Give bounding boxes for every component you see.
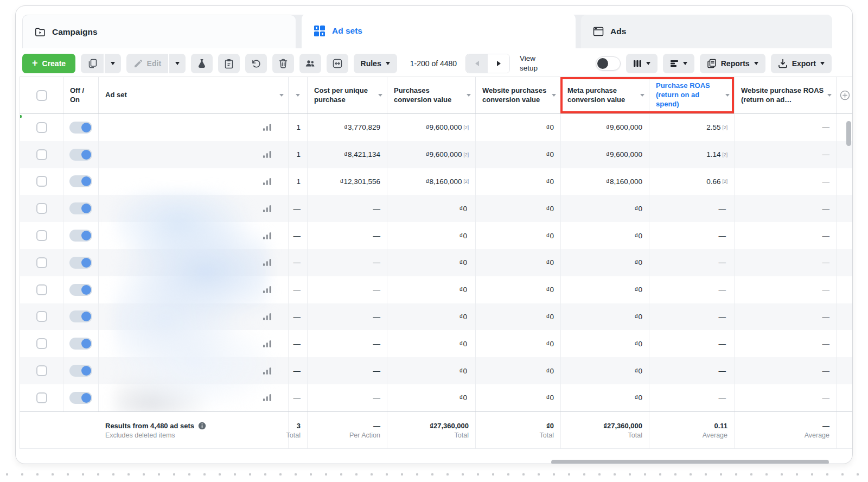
row-checkbox-cell xyxy=(20,303,63,331)
export-button[interactable]: Export xyxy=(771,54,832,73)
rules-button[interactable]: Rules xyxy=(354,54,397,73)
adset-name-cell[interactable] xyxy=(99,276,289,303)
cell-meta-purchase-conversion-value: ₫0 xyxy=(561,276,649,303)
column-header-adset[interactable]: Ad set xyxy=(99,77,289,113)
adset-name-cell[interactable] xyxy=(99,141,289,168)
cell-meta-purchase-conversion-value: ₫0 xyxy=(561,222,649,249)
edit-dropdown-button[interactable] xyxy=(169,54,186,73)
view-charts-icon[interactable] xyxy=(263,286,272,294)
columns-button[interactable] xyxy=(626,54,658,73)
adset-name-cell[interactable] xyxy=(99,357,289,384)
adset-name-cell[interactable] xyxy=(99,249,289,276)
row-checkbox[interactable] xyxy=(36,311,47,322)
row-checkbox[interactable] xyxy=(36,338,47,349)
view-charts-icon[interactable] xyxy=(263,205,272,213)
column-header-website-purchases-cv[interactable]: Website purchases conversion value xyxy=(476,77,561,113)
cell-extra xyxy=(837,330,853,357)
row-status-toggle[interactable] xyxy=(69,202,92,214)
view-charts-icon[interactable] xyxy=(263,340,272,348)
row-status-toggle[interactable] xyxy=(69,284,92,296)
plus-icon: + xyxy=(32,58,38,68)
row-checkbox[interactable] xyxy=(36,176,47,187)
add-column-icon[interactable] xyxy=(840,90,850,100)
duplicate-button[interactable] xyxy=(81,54,104,73)
tab-ads[interactable]: Ads xyxy=(581,15,832,48)
ads-manager-card: Campaigns Ad sets Ads xyxy=(15,5,853,464)
tab-campaigns[interactable]: Campaigns xyxy=(22,15,296,48)
adset-name-cell[interactable] xyxy=(99,222,289,249)
view-charts-icon[interactable] xyxy=(263,367,272,375)
cell-meta-purchase-conversion-value: ₫0 xyxy=(561,249,649,276)
cell-purchase-roas: 1.14[2] xyxy=(649,141,735,168)
row-checkbox[interactable] xyxy=(36,203,47,214)
row-status-toggle[interactable] xyxy=(69,338,92,350)
column-header-purchase-roas[interactable]: Purchase ROAS (return on ad spend) xyxy=(649,77,735,113)
reports-button-label: Reports xyxy=(721,59,750,68)
view-charts-icon[interactable] xyxy=(263,150,272,158)
tab-adsets-label: Ad sets xyxy=(332,26,362,36)
ab-test-button[interactable] xyxy=(191,54,213,73)
undo-button[interactable] xyxy=(245,54,267,73)
cell-purchase-roas: — xyxy=(649,384,735,411)
column-header-cost[interactable]: Cost per unique purchase xyxy=(308,77,387,113)
cell-meta-purchase-conversion-value: ₫8,160,000 xyxy=(561,168,649,195)
view-charts-icon[interactable] xyxy=(263,232,272,240)
row-checkbox[interactable] xyxy=(36,122,47,133)
tab-adsets[interactable]: Ad sets xyxy=(302,14,576,48)
adset-name-cell[interactable] xyxy=(99,330,289,357)
edit-button[interactable]: Edit xyxy=(126,54,168,73)
adset-name-cell[interactable] xyxy=(99,195,289,222)
next-page-button[interactable] xyxy=(488,54,509,73)
toggle-knob xyxy=(597,58,608,69)
row-checkbox[interactable] xyxy=(36,392,47,403)
row-checkbox[interactable] xyxy=(36,149,47,160)
view-charts-icon[interactable] xyxy=(263,394,272,402)
cell-extra xyxy=(837,195,853,222)
view-charts-icon[interactable] xyxy=(263,123,272,131)
view-charts-icon[interactable] xyxy=(263,258,272,267)
column-header-website-purchase-roas[interactable]: Website purchase ROAS (return on ad… xyxy=(735,77,837,113)
adset-name-cell[interactable] xyxy=(99,114,289,141)
view-charts-icon[interactable] xyxy=(263,313,272,321)
row-checkbox[interactable] xyxy=(36,284,47,295)
audience-button[interactable] xyxy=(299,54,321,73)
breakdown-button[interactable] xyxy=(663,54,694,73)
column-header-results[interactable] xyxy=(289,77,308,113)
row-checkbox[interactable] xyxy=(36,365,47,376)
row-status-toggle[interactable] xyxy=(69,257,92,269)
select-all-checkbox[interactable] xyxy=(36,90,47,101)
duplicate-dropdown-button[interactable] xyxy=(105,54,121,73)
cell-website-purchase-roas: — xyxy=(735,357,837,384)
view-setup-toggle[interactable] xyxy=(596,56,621,71)
row-checkbox[interactable] xyxy=(36,230,47,241)
create-button[interactable]: + Create xyxy=(22,54,75,73)
cell-website-purchase-roas: — xyxy=(735,303,837,331)
row-toggle-cell xyxy=(63,330,99,357)
adset-name-cell[interactable] xyxy=(99,303,289,331)
row-checkbox[interactable] xyxy=(36,257,47,268)
row-status-toggle[interactable] xyxy=(69,310,92,322)
row-status-toggle[interactable] xyxy=(69,175,92,187)
delete-button[interactable] xyxy=(272,54,294,73)
row-status-toggle[interactable] xyxy=(69,149,92,161)
row-status-toggle[interactable] xyxy=(69,392,92,404)
prev-page-button[interactable] xyxy=(466,54,488,73)
adset-name-cell[interactable] xyxy=(99,384,289,411)
pivot-button[interactable] xyxy=(327,54,348,73)
row-status-toggle[interactable] xyxy=(69,122,92,134)
column-header-meta-purchase-cv[interactable]: Meta purchase conversion value xyxy=(561,77,649,113)
horizontal-scrollbar[interactable] xyxy=(551,460,829,464)
row-status-toggle[interactable] xyxy=(69,230,92,242)
info-icon[interactable] xyxy=(198,422,206,430)
background-dots xyxy=(0,472,868,477)
checklist-button[interactable] xyxy=(218,54,240,73)
row-status-toggle[interactable] xyxy=(69,365,92,377)
column-header-purchases-cv[interactable]: Purchases conversion value xyxy=(387,77,476,113)
adset-name-cell[interactable] xyxy=(99,168,289,195)
vertical-scrollbar[interactable] xyxy=(846,121,851,146)
reports-button[interactable]: Reports xyxy=(700,54,765,73)
chevron-down-icon xyxy=(683,62,687,65)
column-header-onoff[interactable]: Off / On xyxy=(63,77,99,113)
cell-extra xyxy=(837,222,853,249)
view-charts-icon[interactable] xyxy=(263,177,272,186)
